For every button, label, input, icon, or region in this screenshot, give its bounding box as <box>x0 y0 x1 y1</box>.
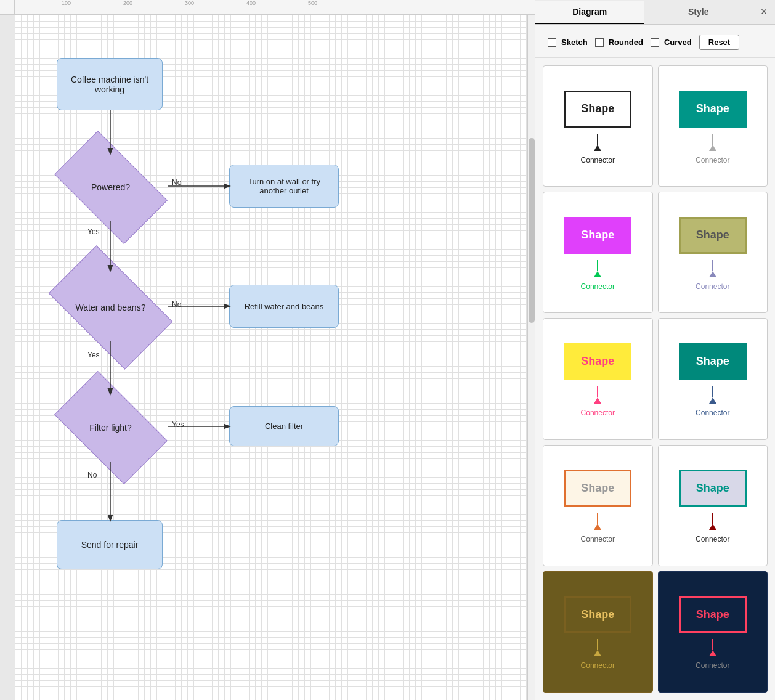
style-shape-5: Shape <box>564 343 631 380</box>
box-turn-on[interactable]: Turn on at wall or try another outlet <box>229 165 339 208</box>
style-card-5[interactable]: Shape Connector <box>543 318 653 439</box>
connector-label-2: Connector <box>696 156 729 165</box>
style-card-10[interactable]: Shape Connector <box>658 571 768 693</box>
connector-label-10: Connector <box>663 661 763 670</box>
ruler-top: 100 200 300 400 500 <box>0 0 535 15</box>
right-panel: Diagram Style × Sketch Rounded Curved Re… <box>535 0 775 700</box>
diamond3-yes-label: Yes <box>172 420 184 429</box>
connector-arrow-7 <box>594 513 601 530</box>
connector-label-3: Connector <box>581 282 615 291</box>
connector-arrow-10 <box>709 639 716 656</box>
tab-style[interactable]: Style <box>644 1 753 24</box>
ruler-mark-500: 500 <box>308 0 317 6</box>
style-grid: Shape Connector Shape Connector <box>535 58 775 700</box>
connector-arrow-2 <box>709 134 716 151</box>
box-refill[interactable]: Refill water and beans <box>229 285 339 328</box>
box-clean[interactable]: Clean filter <box>229 406 339 446</box>
style-card-6[interactable]: Shape Connector <box>658 318 768 439</box>
connector-arrow-6 <box>709 386 716 404</box>
connector-label-4: Connector <box>696 282 729 291</box>
diamond2-wrapper[interactable]: Water and beans? <box>44 271 177 344</box>
style-card-3[interactable]: Shape Connector <box>543 192 653 313</box>
diamond1-yes-label: Yes <box>87 227 100 236</box>
vertical-scrollbar[interactable] <box>527 15 535 700</box>
panel-options: Sketch Rounded Curved Reset <box>535 25 775 58</box>
diamond3-wrapper[interactable]: Filter light? <box>57 394 164 462</box>
diamond3-label: Filter light? <box>89 423 131 433</box>
diamond1-wrapper[interactable]: Powered? <box>57 153 164 221</box>
scrollbar-thumb[interactable] <box>529 138 535 323</box>
sketch-option[interactable]: Sketch <box>548 38 588 47</box>
style-shape-4: Shape <box>679 217 747 254</box>
connector-arrow-9 <box>594 639 601 656</box>
sketch-label: Sketch <box>561 38 588 47</box>
ruler-mark-100: 100 <box>62 0 71 6</box>
style-shape-10: Shape <box>679 596 747 633</box>
style-shape-3: Shape <box>564 217 631 254</box>
ruler-mark-300: 300 <box>185 0 194 6</box>
style-card-7[interactable]: Shape Connector <box>543 445 653 566</box>
style-card-9[interactable]: Shape Connector <box>543 571 653 693</box>
diamond1-no-label: No <box>172 178 181 187</box>
diamond2-no-label: No <box>172 300 181 309</box>
curved-checkbox[interactable] <box>651 38 659 47</box>
style-shape-6: Shape <box>679 343 747 380</box>
style-shape-8: Shape <box>679 470 747 507</box>
connector-label-6: Connector <box>696 409 729 417</box>
style-shape-7: Shape <box>564 470 631 507</box>
style-shape-9: Shape <box>564 596 631 633</box>
style-shape-1: Shape <box>564 91 631 128</box>
close-button[interactable]: × <box>753 1 775 23</box>
rounded-checkbox[interactable] <box>595 38 604 47</box>
connector-label-1: Connector <box>581 156 615 165</box>
style-card-4[interactable]: Shape Connector <box>658 192 768 313</box>
ruler-mark-200: 200 <box>123 0 132 6</box>
style-shape-2: Shape <box>679 91 747 128</box>
start-box[interactable]: Coffee machine isn't working <box>57 58 163 110</box>
rounded-option[interactable]: Rounded <box>595 38 643 47</box>
connector-arrow-1 <box>594 134 601 151</box>
curved-option[interactable]: Curved <box>651 38 692 47</box>
connector-label-5: Connector <box>581 409 615 417</box>
connector-label-8: Connector <box>696 535 729 543</box>
connector-arrow-3 <box>594 260 601 277</box>
connector-arrow-5 <box>594 386 601 404</box>
rounded-label: Rounded <box>609 38 643 47</box>
panel-header: Diagram Style × <box>535 0 775 25</box>
grid-canvas[interactable]: Coffee machine isn't working Powered? No… <box>15 15 535 700</box>
canvas-area[interactable]: 100 200 300 400 500 <box>0 0 535 700</box>
connector-arrow-4 <box>709 260 716 277</box>
diamond2-yes-label: Yes <box>87 351 100 359</box>
curved-label: Curved <box>664 38 692 47</box>
style-card-2[interactable]: Shape Connector <box>658 65 768 187</box>
reset-button[interactable]: Reset <box>699 35 739 50</box>
box-repair[interactable]: Send for repair <box>57 520 163 569</box>
tab-diagram[interactable]: Diagram <box>535 1 644 24</box>
diamond1-label: Powered? <box>91 182 130 192</box>
diamond2-label: Water and beans? <box>76 303 146 312</box>
style-card-8[interactable]: Shape Connector <box>658 445 768 566</box>
connector-label-7: Connector <box>581 535 615 543</box>
connector-arrow-8 <box>709 513 716 530</box>
ruler-mark-400: 400 <box>246 0 256 6</box>
connector-label-9: Connector <box>548 661 647 670</box>
ruler-corner <box>0 0 15 14</box>
sketch-checkbox[interactable] <box>548 38 556 47</box>
diamond3-no-label: No <box>87 471 97 479</box>
style-card-1[interactable]: Shape Connector <box>543 65 653 187</box>
